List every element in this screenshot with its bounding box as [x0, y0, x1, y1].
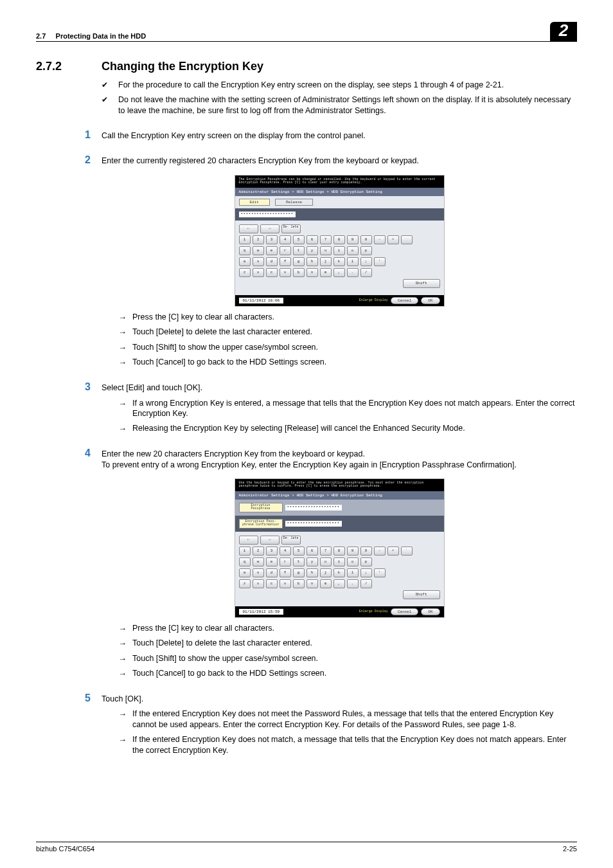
- keyboard-key[interactable]: l: [347, 568, 359, 577]
- keyboard-key[interactable]: ': [374, 257, 386, 266]
- keyboard-key[interactable]: .: [347, 268, 359, 277]
- arrow-right-key[interactable]: →: [260, 224, 280, 233]
- keyboard-key[interactable]: v: [280, 268, 291, 277]
- keyboard-key[interactable]: n: [306, 579, 318, 588]
- keyboard-key[interactable]: a: [239, 257, 251, 266]
- shift-key[interactable]: Shift: [403, 590, 440, 599]
- keyboard-key[interactable]: t: [293, 557, 305, 566]
- keyboard-key[interactable]: 9: [347, 235, 359, 244]
- keyboard-key[interactable]: h: [306, 257, 318, 266]
- keyboard-key[interactable]: g: [293, 257, 305, 266]
- keyboard-key[interactable]: w: [253, 246, 264, 255]
- keyboard-key[interactable]: c: [266, 579, 278, 588]
- keyboard-key[interactable]: z: [239, 268, 251, 277]
- keyboard-key[interactable]: v: [280, 579, 291, 588]
- keyboard-key[interactable]: `: [401, 235, 413, 244]
- keyboard-key[interactable]: x: [253, 579, 264, 588]
- keyboard-key[interactable]: 8: [333, 547, 345, 556]
- ok-button[interactable]: OK: [421, 297, 440, 304]
- keyboard-key[interactable]: x: [253, 268, 264, 277]
- keyboard-key[interactable]: p: [360, 246, 372, 255]
- tab-edit[interactable]: Edit: [239, 199, 270, 206]
- keyboard-key[interactable]: 0: [360, 547, 372, 556]
- keyboard-key[interactable]: r: [280, 246, 291, 255]
- enlarge-display-icon[interactable]: Enlarge Display: [359, 298, 388, 302]
- keyboard-key[interactable]: c: [266, 268, 278, 277]
- keyboard-key[interactable]: t: [293, 246, 305, 255]
- keyboard-key[interactable]: o: [347, 246, 359, 255]
- keyboard-key[interactable]: e: [266, 557, 278, 566]
- keyboard-key[interactable]: a: [239, 568, 251, 577]
- arrow-left-key[interactable]: ←: [239, 536, 258, 545]
- keyboard-key[interactable]: ': [374, 568, 386, 577]
- keyboard-key[interactable]: e: [266, 246, 278, 255]
- keyboard-key[interactable]: l: [347, 257, 359, 266]
- keyboard-key[interactable]: 8: [333, 235, 345, 244]
- keyboard-key[interactable]: `: [401, 547, 413, 556]
- keyboard-key[interactable]: d: [266, 568, 278, 577]
- keyboard-key[interactable]: o: [347, 557, 359, 566]
- keyboard-key[interactable]: i: [333, 557, 345, 566]
- keyboard-key[interactable]: d: [266, 257, 278, 266]
- keyboard-key[interactable]: 1: [239, 547, 251, 556]
- delete-key[interactable]: De- lete: [281, 536, 301, 545]
- enlarge-display-icon[interactable]: Enlarge Display: [359, 610, 388, 613]
- tab-release[interactable]: Release: [275, 199, 313, 206]
- keyboard-key[interactable]: 7: [320, 235, 332, 244]
- keyboard-key[interactable]: /: [360, 579, 372, 588]
- keyboard-key[interactable]: 5: [293, 547, 305, 556]
- keyboard-key[interactable]: g: [293, 568, 305, 577]
- passphrase-input[interactable]: ********************: [239, 212, 296, 217]
- keyboard-key[interactable]: m: [320, 268, 332, 277]
- keyboard-key[interactable]: y: [306, 246, 318, 255]
- keyboard-key[interactable]: s: [253, 568, 264, 577]
- keyboard-key[interactable]: k: [333, 568, 345, 577]
- cancel-button[interactable]: Cancel: [391, 297, 419, 304]
- arrow-right-key[interactable]: →: [260, 536, 280, 545]
- keyboard-key[interactable]: f: [280, 257, 291, 266]
- keyboard-key[interactable]: s: [253, 257, 264, 266]
- keyboard-key[interactable]: 6: [306, 547, 318, 556]
- ok-button[interactable]: OK: [421, 608, 440, 615]
- keyboard-key[interactable]: k: [333, 257, 345, 266]
- keyboard-key[interactable]: q: [239, 557, 251, 566]
- keyboard-key[interactable]: ,: [333, 579, 345, 588]
- keyboard-key[interactable]: 2: [253, 547, 264, 556]
- shift-key[interactable]: Shift: [403, 279, 440, 288]
- keyboard-key[interactable]: /: [360, 268, 372, 277]
- keyboard-key[interactable]: q: [239, 246, 251, 255]
- keyboard-key[interactable]: 3: [266, 547, 278, 556]
- keyboard-key[interactable]: ;: [360, 257, 372, 266]
- keyboard-key[interactable]: 9: [347, 547, 359, 556]
- keyboard-key[interactable]: -: [374, 235, 386, 244]
- keyboard-key[interactable]: i: [333, 246, 345, 255]
- arrow-left-key[interactable]: ←: [239, 224, 258, 233]
- keyboard-key[interactable]: 6: [306, 235, 318, 244]
- keyboard-key[interactable]: j: [320, 568, 332, 577]
- keyboard-key[interactable]: w: [253, 557, 264, 566]
- keyboard-key[interactable]: u: [320, 246, 332, 255]
- keyboard-key[interactable]: p: [360, 557, 372, 566]
- keyboard-key[interactable]: j: [320, 257, 332, 266]
- keyboard-key[interactable]: -: [374, 547, 386, 556]
- keyboard-key[interactable]: b: [293, 268, 305, 277]
- keyboard-key[interactable]: 1: [239, 235, 251, 244]
- keyboard-key[interactable]: ;: [360, 568, 372, 577]
- keyboard-key[interactable]: .: [347, 579, 359, 588]
- keyboard-key[interactable]: 4: [280, 547, 291, 556]
- keyboard-key[interactable]: f: [280, 568, 291, 577]
- keyboard-key[interactable]: 5: [293, 235, 305, 244]
- passphrase-confirm-input[interactable]: ********************: [285, 521, 342, 527]
- keyboard-key[interactable]: 2: [253, 235, 264, 244]
- keyboard-key[interactable]: 4: [280, 235, 291, 244]
- keyboard-key[interactable]: r: [280, 557, 291, 566]
- keyboard-key[interactable]: m: [320, 579, 332, 588]
- delete-key[interactable]: De- lete: [281, 224, 301, 233]
- keyboard-key[interactable]: 3: [266, 235, 278, 244]
- keyboard-key[interactable]: h: [306, 568, 318, 577]
- keyboard-key[interactable]: n: [306, 268, 318, 277]
- cancel-button[interactable]: Cancel: [391, 608, 419, 615]
- keyboard-key[interactable]: ,: [333, 268, 345, 277]
- keyboard-key[interactable]: ^: [387, 235, 399, 244]
- keyboard-key[interactable]: u: [320, 557, 332, 566]
